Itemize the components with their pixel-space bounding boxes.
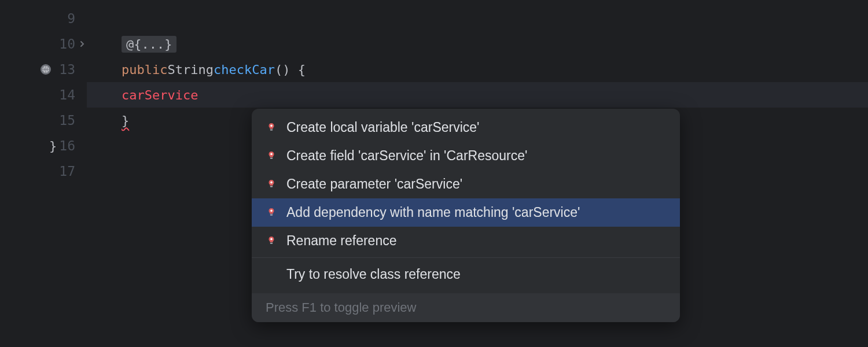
intention-action-item-selected[interactable]: Add dependency with name matching 'carSe… bbox=[252, 198, 680, 227]
intention-action-item[interactable]: Create local variable 'carService' bbox=[252, 113, 680, 142]
intention-action-label: Create field 'carService' in 'CarResourc… bbox=[286, 148, 527, 164]
code-line: public String checkCar() { bbox=[87, 57, 868, 82]
code-line-active: carService bbox=[87, 82, 868, 108]
brace: } bbox=[49, 139, 57, 153]
svg-rect-8 bbox=[270, 186, 273, 187]
error-bulb-icon bbox=[266, 151, 277, 161]
line-number: 14 bbox=[59, 87, 75, 102]
line-number: 15 bbox=[59, 113, 75, 128]
svg-point-7 bbox=[270, 153, 273, 155]
intention-action-item[interactable]: Rename reference bbox=[252, 227, 680, 255]
svg-point-11 bbox=[270, 209, 273, 212]
intention-action-label: Add dependency with name matching 'carSe… bbox=[286, 205, 580, 220]
gutter-row: 9 bbox=[0, 6, 87, 31]
method-name: checkCar bbox=[214, 62, 275, 77]
line-number: 17 bbox=[59, 164, 75, 179]
parentheses: () bbox=[275, 62, 290, 77]
intention-action-label: Try to resolve class reference bbox=[286, 267, 461, 282]
gutter-row: 10 bbox=[0, 31, 87, 57]
intention-action-item[interactable]: Create parameter 'carService' bbox=[252, 170, 680, 198]
unresolved-reference: carService bbox=[122, 88, 198, 102]
popup-footer-hint: Press F1 to toggle preview bbox=[252, 293, 680, 322]
svg-rect-6 bbox=[270, 157, 273, 158]
line-number: 16 bbox=[59, 138, 75, 153]
code-line: @{...} bbox=[87, 31, 868, 57]
gutter-row: 13 bbox=[0, 57, 87, 82]
intention-action-item[interactable]: Create field 'carService' in 'CarResourc… bbox=[252, 142, 680, 170]
code-line bbox=[87, 6, 868, 31]
svg-rect-12 bbox=[270, 242, 273, 243]
gutter-row: 17 bbox=[0, 158, 87, 184]
svg-rect-4 bbox=[270, 129, 273, 130]
error-bulb-icon bbox=[266, 179, 277, 190]
intention-actions-popup: Create local variable 'carService' Creat… bbox=[252, 109, 680, 322]
line-number: 9 bbox=[67, 11, 75, 26]
svg-point-9 bbox=[270, 181, 273, 183]
type: String bbox=[167, 62, 213, 77]
gutter-row: 14 bbox=[0, 82, 87, 108]
brace: { bbox=[290, 62, 306, 77]
keyword: public bbox=[122, 62, 167, 77]
brace: } bbox=[122, 113, 129, 128]
error-bulb-icon bbox=[266, 123, 277, 133]
svg-point-13 bbox=[270, 238, 273, 240]
expand-fold-icon[interactable] bbox=[78, 39, 87, 49]
folded-region[interactable]: @{...} bbox=[122, 36, 176, 53]
gutter: 9 10 13 14 bbox=[0, 0, 87, 347]
line-number: 13 bbox=[59, 62, 75, 77]
svg-point-5 bbox=[270, 124, 273, 127]
intention-action-label: Create local variable 'carService' bbox=[286, 120, 479, 135]
error-bulb-icon bbox=[266, 208, 277, 218]
gutter-row: 16 bbox=[0, 133, 87, 158]
intention-action-item[interactable]: Try to resolve class reference bbox=[252, 260, 680, 289]
gutter-row: 15 bbox=[0, 108, 87, 133]
svg-rect-10 bbox=[270, 214, 273, 215]
web-endpoint-icon[interactable] bbox=[39, 63, 52, 76]
line-number: 10 bbox=[59, 36, 75, 51]
popup-separator bbox=[252, 257, 680, 258]
intention-action-label: Rename reference bbox=[286, 233, 397, 249]
error-bulb-icon bbox=[266, 236, 277, 246]
intention-action-label: Create parameter 'carService' bbox=[286, 176, 462, 192]
